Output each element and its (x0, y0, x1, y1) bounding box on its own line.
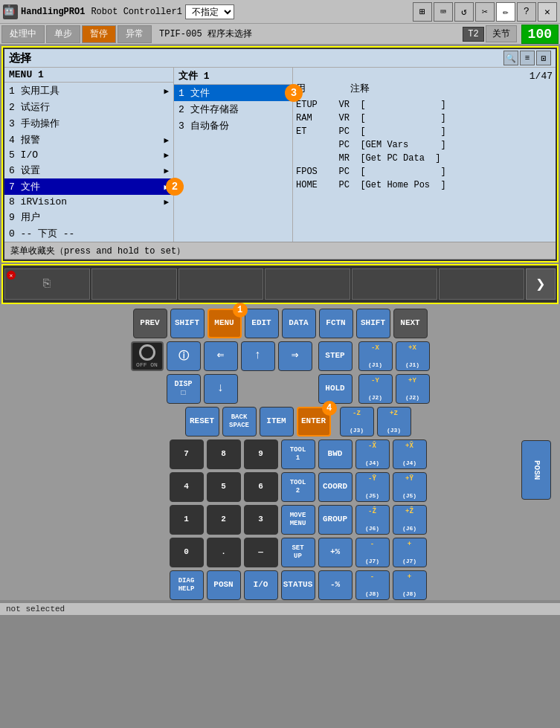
zanting-button[interactable]: 暂停 (82, 25, 116, 43)
pos-x-j4-button[interactable]: +X̄(J4) (393, 439, 427, 469)
off-on-switch[interactable]: OFF ON (131, 341, 164, 371)
pos-j7-button[interactable]: +(J7) (393, 538, 427, 567)
neg-z-j3-button[interactable]: -Z(J3) (340, 407, 374, 437)
power-icon (139, 344, 155, 361)
diag-help-button[interactable]: DIAGHELP (170, 570, 204, 600)
num-8-button[interactable]: 8 (207, 439, 241, 469)
menu-item-3[interactable]: 3 手动操作 (4, 115, 173, 132)
num-3-button[interactable]: 3 (244, 505, 278, 535)
fkey-1[interactable]: ✕ ⎘ (4, 268, 90, 300)
num-7-button[interactable]: 7 (170, 439, 204, 469)
menu-item-9[interactable]: 9 用户 (4, 209, 173, 225)
fkey-2[interactable] (91, 268, 177, 300)
neg-y-j5-button[interactable]: -Ȳ(J5) (355, 472, 390, 502)
posn-side-button[interactable]: POSN (521, 440, 551, 500)
chuli-button[interactable]: 处理中 (1, 25, 45, 43)
pos-y-j2-button[interactable]: +Y(J2) (396, 374, 430, 404)
menu-item-6[interactable]: 6 设置 ▶ (4, 162, 173, 178)
neg-x-j4-button[interactable]: -X̄(J4) (355, 439, 390, 469)
neg-j8-button[interactable]: -(J8) (355, 570, 390, 600)
arrow-up-button[interactable]: ↑ (241, 341, 275, 371)
menu-icon[interactable]: ≡ (520, 51, 535, 65)
enter-button[interactable]: ENTER 4 (297, 407, 331, 437)
pos-y-j5-button[interactable]: +Ȳ(J5) (393, 472, 427, 502)
danbu-button[interactable]: 单步 (46, 25, 80, 43)
posn-button[interactable]: POSN (207, 570, 241, 600)
submenu-item-3[interactable]: 3 自动备份 (174, 117, 292, 134)
fkey-next[interactable]: ❯ (526, 268, 556, 300)
zoom-icon[interactable]: 🔍 (503, 51, 518, 65)
neg-z-j6-button[interactable]: -Z̄(J6) (355, 505, 390, 535)
arrow-left-button[interactable]: ⇐ (204, 341, 238, 371)
status-button[interactable]: STATUS (281, 570, 315, 600)
data-button[interactable]: DATA (282, 309, 316, 338)
reset-button[interactable]: RESET (185, 407, 219, 437)
prev-button[interactable]: PREV (133, 309, 167, 338)
help-icon[interactable]: ? (517, 2, 536, 22)
shift-right-button[interactable]: SHIFT (356, 309, 390, 338)
bwd-button[interactable]: BWD (318, 439, 353, 469)
neg-j7-button[interactable]: -(J7) (355, 538, 390, 567)
backspace-button[interactable]: BACKSPACE (222, 407, 257, 437)
pos-x-j1-button[interactable]: +X(J1) (396, 341, 430, 371)
keyboard-icon[interactable]: ⌨ (434, 2, 453, 22)
arrow-down-button[interactable]: ↓ (204, 374, 238, 404)
menu-button[interactable]: MENU 1 (207, 309, 242, 338)
submenu-item-2[interactable]: 2 文件存储器 (174, 101, 292, 117)
neg-y-j2-button[interactable]: -Y(J2) (358, 374, 393, 404)
shift-left-button[interactable]: SHIFT (170, 309, 205, 338)
yichang-button[interactable]: 异常 (118, 25, 152, 43)
io-button[interactable]: I/O (244, 570, 278, 600)
menu-item-5[interactable]: 5 I/O ▶ (4, 148, 173, 162)
fctn-button[interactable]: FCTN (319, 309, 353, 338)
item-button[interactable]: ITEM (260, 407, 294, 437)
edit-icon[interactable]: ✏ (496, 2, 515, 22)
num-5-button[interactable]: 5 (207, 472, 241, 502)
minus-pct-button[interactable]: -% (318, 570, 353, 600)
fkey-4[interactable] (265, 268, 350, 300)
group-button[interactable]: GROUP (318, 505, 353, 535)
controller-dropdown[interactable]: 不指定 (185, 4, 234, 19)
close-icon[interactable]: ✕ (538, 2, 557, 22)
menu-item-1[interactable]: 1 实用工具 ▶ (4, 83, 173, 99)
num-9-button[interactable]: 9 (244, 439, 278, 469)
neg-x-j1-button[interactable]: -X(J1) (358, 341, 393, 371)
tool2-button[interactable]: TOOL2 (281, 472, 315, 502)
refresh-icon[interactable]: ↺ (454, 2, 474, 22)
info-button[interactable]: ⓘ (167, 341, 201, 371)
cut-icon[interactable]: ✂ (475, 2, 495, 22)
menu-item-7[interactable]: 7 文件 ▶ 2 (4, 178, 173, 195)
minus-button[interactable]: — (244, 538, 278, 567)
fkey-5[interactable] (352, 268, 437, 300)
num-0-button[interactable]: 0 (170, 538, 204, 567)
submenu-item-1[interactable]: 1 文件 3 (174, 85, 292, 101)
code-line-2: RAM VR [ ] (296, 112, 553, 125)
pos-z-j3-button[interactable]: +Z(J3) (377, 407, 411, 437)
coord-button[interactable]: COORD (318, 472, 353, 502)
plus-pct-button[interactable]: +% (318, 538, 353, 567)
menu-item-4[interactable]: 4 报警 ▶ (4, 132, 173, 148)
num-2-button[interactable]: 2 (207, 505, 241, 535)
edit-button[interactable]: EDIT (245, 309, 279, 338)
menu-item-0[interactable]: 0 -- 下页 -- (4, 225, 173, 242)
fkey-3[interactable] (178, 268, 264, 300)
setup-button[interactable]: SETUP (281, 538, 315, 567)
tool1-button[interactable]: TOOL1 (281, 439, 315, 469)
menu-item-8[interactable]: 8 iRVision ▶ (4, 195, 173, 209)
dot-button[interactable]: . (207, 538, 241, 567)
grid-icon[interactable]: ⊞ (413, 2, 432, 22)
fkey-6[interactable] (439, 268, 524, 300)
pos-z-j6-button[interactable]: +Z̄(J6) (393, 505, 427, 535)
hold-button[interactable]: HOLD (318, 374, 353, 404)
num-6-button[interactable]: 6 (244, 472, 278, 502)
num-1-button[interactable]: 1 (170, 505, 204, 535)
arrow-right-button[interactable]: ⇒ (278, 341, 312, 371)
move-menu-button[interactable]: MOVEMENU (281, 505, 315, 535)
pos-j8-button[interactable]: +(J8) (393, 570, 427, 600)
num-4-button[interactable]: 4 (170, 472, 204, 502)
menu-item-2[interactable]: 2 试运行 (4, 99, 173, 115)
step-button[interactable]: STEP (318, 341, 353, 371)
disp-button[interactable]: DISP□ (167, 374, 201, 404)
next-button[interactable]: NEXT (393, 309, 428, 338)
layout-icon[interactable]: ⊡ (536, 51, 551, 65)
